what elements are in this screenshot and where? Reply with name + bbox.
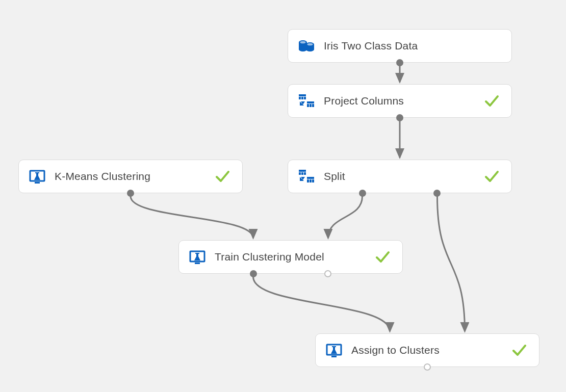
svg-rect-18 [35, 172, 39, 173]
node-label: Train Clustering Model [215, 251, 374, 263]
svg-rect-28 [195, 263, 200, 264]
svg-rect-25 [310, 179, 312, 182]
status-check-icon [483, 168, 500, 185]
columns-icon [297, 92, 316, 110]
node-split[interactable]: Split [288, 160, 512, 193]
database-icon [297, 37, 316, 55]
node-label: Project Columns [324, 95, 483, 107]
experiment-icon [325, 341, 343, 359]
svg-rect-9 [299, 97, 301, 99]
svg-rect-8 [299, 94, 306, 96]
svg-point-7 [307, 43, 313, 46]
svg-rect-10 [301, 97, 303, 99]
output-port[interactable] [424, 363, 431, 371]
svg-rect-15 [312, 104, 314, 107]
output-port[interactable] [324, 270, 331, 277]
svg-rect-29 [195, 253, 199, 254]
output-port[interactable] [127, 190, 134, 197]
output-port[interactable] [396, 59, 403, 66]
columns-icon [297, 167, 316, 186]
connector [328, 196, 362, 238]
node-project-columns[interactable]: Project Columns [288, 84, 512, 118]
connector [131, 196, 253, 238]
svg-rect-17 [35, 182, 40, 184]
node-train-clustering-model[interactable]: Train Clustering Model [178, 240, 403, 274]
svg-rect-32 [332, 346, 336, 347]
experiment-icon [188, 248, 207, 266]
connector [253, 277, 390, 331]
experiment-icon [28, 167, 46, 186]
node-label: K-Means Clustering [55, 170, 214, 182]
connector [437, 196, 465, 331]
svg-rect-23 [307, 177, 314, 179]
status-check-icon [374, 248, 391, 266]
output-port[interactable] [396, 114, 403, 121]
node-k-means-clustering[interactable]: K-Means Clustering [18, 160, 243, 193]
svg-rect-21 [301, 172, 303, 175]
status-check-icon [214, 168, 231, 185]
status-check-icon [510, 342, 528, 359]
node-label: Assign to Clusters [351, 344, 510, 356]
output-port[interactable] [433, 190, 441, 197]
svg-rect-19 [299, 170, 306, 172]
svg-rect-12 [307, 101, 314, 103]
svg-rect-31 [331, 356, 337, 357]
svg-point-5 [306, 47, 314, 51]
svg-rect-24 [307, 179, 309, 182]
node-assign-to-clusters[interactable]: Assign to Clusters [315, 333, 539, 367]
node-label: Iris Two Class Data [324, 40, 500, 52]
svg-point-6 [300, 41, 306, 44]
svg-rect-13 [307, 104, 309, 107]
svg-rect-22 [304, 172, 306, 175]
node-iris-two-class-data[interactable]: Iris Two Class Data [288, 29, 512, 63]
pipeline-canvas[interactable]: Iris Two Class Data Project Columns K-Me… [0, 0, 566, 392]
svg-rect-11 [304, 97, 306, 99]
svg-rect-14 [310, 104, 312, 107]
svg-rect-20 [299, 172, 301, 175]
node-label: Split [324, 170, 483, 182]
output-port[interactable] [250, 270, 257, 277]
output-port[interactable] [359, 190, 366, 197]
status-check-icon [483, 92, 500, 110]
svg-rect-26 [312, 179, 314, 182]
svg-point-2 [299, 47, 307, 51]
